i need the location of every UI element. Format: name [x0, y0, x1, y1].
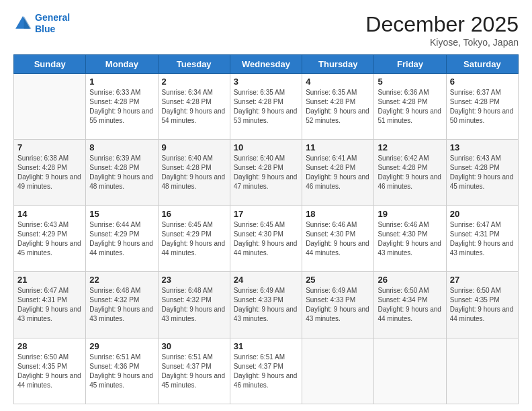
page: General Blue December 2025 Kiyose, Tokyo… — [0, 0, 532, 411]
table-row: 31 Sunrise: 6:51 AMSunset: 4:37 PMDaylig… — [230, 338, 302, 404]
table-row: 18 Sunrise: 6:46 AMSunset: 4:30 PMDaylig… — [302, 205, 374, 271]
calendar-table: Sunday Monday Tuesday Wednesday Thursday… — [13, 54, 519, 404]
table-row: 3 Sunrise: 6:35 AMSunset: 4:28 PMDayligh… — [230, 74, 302, 140]
logo-icon — [13, 14, 32, 33]
cell-info: Sunrise: 6:50 AMSunset: 4:35 PMDaylight:… — [450, 286, 515, 324]
cell-info: Sunrise: 6:41 AMSunset: 4:28 PMDaylight:… — [306, 154, 370, 191]
cell-info: Sunrise: 6:35 AMSunset: 4:28 PMDaylight:… — [234, 88, 298, 126]
table-row: 10 Sunrise: 6:40 AMSunset: 4:28 PMDaylig… — [230, 140, 302, 205]
cell-info: Sunrise: 6:49 AMSunset: 4:33 PMDaylight:… — [234, 286, 298, 324]
table-row — [374, 338, 446, 404]
col-monday: Monday — [86, 55, 158, 74]
cell-info: Sunrise: 6:36 AMSunset: 4:28 PMDaylight:… — [378, 88, 442, 126]
table-row: 4 Sunrise: 6:35 AMSunset: 4:28 PMDayligh… — [302, 74, 374, 140]
cell-info: Sunrise: 6:33 AMSunset: 4:28 PMDaylight:… — [89, 88, 154, 126]
calendar-week-row: 7 Sunrise: 6:38 AMSunset: 4:28 PMDayligh… — [14, 140, 519, 205]
logo-line2: Blue — [35, 24, 55, 34]
cell-day-number: 20 — [450, 209, 515, 219]
table-row: 9 Sunrise: 6:40 AMSunset: 4:28 PMDayligh… — [158, 140, 230, 205]
cell-day-number: 23 — [162, 275, 226, 285]
col-sunday: Sunday — [14, 55, 86, 74]
cell-day-number: 28 — [17, 341, 82, 351]
cell-info: Sunrise: 6:40 AMSunset: 4:28 PMDaylight:… — [234, 154, 298, 191]
cell-info: Sunrise: 6:51 AMSunset: 4:37 PMDaylight:… — [234, 353, 298, 390]
cell-info: Sunrise: 6:47 AMSunset: 4:31 PMDaylight:… — [450, 220, 515, 258]
table-row: 15 Sunrise: 6:44 AMSunset: 4:29 PMDaylig… — [86, 205, 158, 271]
table-row — [302, 338, 374, 404]
cell-info: Sunrise: 6:45 AMSunset: 4:29 PMDaylight:… — [162, 220, 226, 258]
col-thursday: Thursday — [302, 55, 374, 74]
table-row: 6 Sunrise: 6:37 AMSunset: 4:28 PMDayligh… — [446, 74, 518, 140]
header: General Blue December 2025 Kiyose, Tokyo… — [13, 12, 519, 48]
table-row: 1 Sunrise: 6:33 AMSunset: 4:28 PMDayligh… — [86, 74, 158, 140]
cell-info: Sunrise: 6:50 AMSunset: 4:34 PMDaylight:… — [378, 286, 442, 324]
logo-line1: General — [35, 12, 70, 23]
cell-day-number: 31 — [234, 341, 298, 351]
main-title: December 2025 — [365, 12, 519, 37]
cell-info: Sunrise: 6:50 AMSunset: 4:35 PMDaylight:… — [17, 353, 82, 390]
table-row: 29 Sunrise: 6:51 AMSunset: 4:36 PMDaylig… — [86, 338, 158, 404]
cell-day-number: 8 — [89, 142, 154, 152]
cell-day-number: 15 — [89, 209, 154, 219]
cell-info: Sunrise: 6:47 AMSunset: 4:31 PMDaylight:… — [17, 286, 82, 324]
table-row: 19 Sunrise: 6:46 AMSunset: 4:30 PMDaylig… — [374, 205, 446, 271]
cell-info: Sunrise: 6:39 AMSunset: 4:28 PMDaylight:… — [89, 154, 154, 191]
logo: General Blue — [13, 12, 70, 35]
table-row — [446, 338, 518, 404]
cell-info: Sunrise: 6:45 AMSunset: 4:30 PMDaylight:… — [234, 220, 298, 258]
col-saturday: Saturday — [446, 55, 518, 74]
cell-day-number: 18 — [306, 209, 370, 219]
cell-day-number: 24 — [234, 275, 298, 285]
cell-day-number: 22 — [89, 275, 154, 285]
cell-info: Sunrise: 6:46 AMSunset: 4:30 PMDaylight:… — [378, 220, 442, 258]
col-friday: Friday — [374, 55, 446, 74]
table-row: 5 Sunrise: 6:36 AMSunset: 4:28 PMDayligh… — [374, 74, 446, 140]
cell-info: Sunrise: 6:37 AMSunset: 4:28 PMDaylight:… — [450, 88, 515, 126]
cell-info: Sunrise: 6:40 AMSunset: 4:28 PMDaylight:… — [162, 154, 226, 191]
table-row: 27 Sunrise: 6:50 AMSunset: 4:35 PMDaylig… — [446, 272, 518, 338]
cell-day-number: 2 — [162, 77, 226, 87]
table-row: 25 Sunrise: 6:49 AMSunset: 4:33 PMDaylig… — [302, 272, 374, 338]
calendar-week-row: 1 Sunrise: 6:33 AMSunset: 4:28 PMDayligh… — [14, 74, 519, 140]
cell-day-number: 29 — [89, 341, 154, 351]
cell-info: Sunrise: 6:43 AMSunset: 4:29 PMDaylight:… — [17, 220, 82, 258]
table-row: 30 Sunrise: 6:51 AMSunset: 4:37 PMDaylig… — [158, 338, 230, 404]
cell-info: Sunrise: 6:34 AMSunset: 4:28 PMDaylight:… — [162, 88, 226, 126]
cell-info: Sunrise: 6:44 AMSunset: 4:29 PMDaylight:… — [89, 220, 154, 258]
cell-day-number: 17 — [234, 209, 298, 219]
table-row: 22 Sunrise: 6:48 AMSunset: 4:32 PMDaylig… — [86, 272, 158, 338]
calendar-week-row: 21 Sunrise: 6:47 AMSunset: 4:31 PMDaylig… — [14, 272, 519, 338]
cell-day-number: 5 — [378, 77, 442, 87]
table-row: 13 Sunrise: 6:43 AMSunset: 4:28 PMDaylig… — [446, 140, 518, 205]
svg-marker-1 — [24, 16, 32, 29]
cell-day-number: 14 — [17, 209, 82, 219]
cell-day-number: 21 — [17, 275, 82, 285]
cell-day-number: 4 — [306, 77, 370, 87]
table-row: 12 Sunrise: 6:42 AMSunset: 4:28 PMDaylig… — [374, 140, 446, 205]
cell-day-number: 9 — [162, 142, 226, 152]
cell-info: Sunrise: 6:49 AMSunset: 4:33 PMDaylight:… — [306, 286, 370, 324]
cell-info: Sunrise: 6:51 AMSunset: 4:37 PMDaylight:… — [162, 353, 226, 390]
cell-day-number: 30 — [162, 341, 226, 351]
cell-day-number: 19 — [378, 209, 442, 219]
cell-info: Sunrise: 6:42 AMSunset: 4:28 PMDaylight:… — [378, 154, 442, 191]
cell-day-number: 25 — [306, 275, 370, 285]
cell-day-number: 1 — [89, 77, 154, 87]
table-row: 23 Sunrise: 6:48 AMSunset: 4:32 PMDaylig… — [158, 272, 230, 338]
table-row: 2 Sunrise: 6:34 AMSunset: 4:28 PMDayligh… — [158, 74, 230, 140]
col-wednesday: Wednesday — [230, 55, 302, 74]
cell-info: Sunrise: 6:38 AMSunset: 4:28 PMDaylight:… — [17, 154, 82, 191]
table-row: 28 Sunrise: 6:50 AMSunset: 4:35 PMDaylig… — [14, 338, 86, 404]
table-row: 26 Sunrise: 6:50 AMSunset: 4:34 PMDaylig… — [374, 272, 446, 338]
cell-day-number: 10 — [234, 142, 298, 152]
table-row: 14 Sunrise: 6:43 AMSunset: 4:29 PMDaylig… — [14, 205, 86, 271]
subtitle: Kiyose, Tokyo, Japan — [365, 37, 519, 48]
cell-info: Sunrise: 6:43 AMSunset: 4:28 PMDaylight:… — [450, 154, 515, 191]
cell-info: Sunrise: 6:48 AMSunset: 4:32 PMDaylight:… — [89, 286, 154, 324]
table-row — [14, 74, 86, 140]
logo-text: General Blue — [35, 12, 70, 35]
cell-info: Sunrise: 6:48 AMSunset: 4:32 PMDaylight:… — [162, 286, 226, 324]
table-row: 24 Sunrise: 6:49 AMSunset: 4:33 PMDaylig… — [230, 272, 302, 338]
calendar-header-row: Sunday Monday Tuesday Wednesday Thursday… — [14, 55, 519, 74]
calendar-week-row: 28 Sunrise: 6:50 AMSunset: 4:35 PMDaylig… — [14, 338, 519, 404]
